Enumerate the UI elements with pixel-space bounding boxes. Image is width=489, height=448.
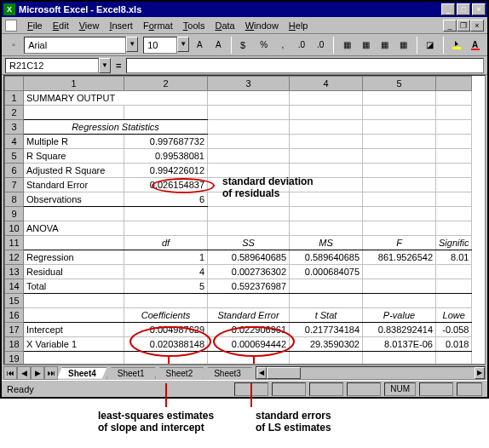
row-header[interactable]: 9 (5, 207, 24, 221)
cell[interactable]: 0.997687732 (124, 135, 208, 149)
increase-decimal-button[interactable]: .0 (293, 36, 310, 55)
row-header[interactable]: 2 (5, 106, 24, 120)
cell[interactable]: 0.994226012 (124, 164, 208, 178)
row-header[interactable]: 7 (5, 178, 24, 192)
col-header[interactable]: 4 (290, 77, 363, 91)
cell[interactable]: 0.000694442 (208, 337, 290, 352)
cell[interactable]: Regression Statistics (24, 120, 208, 135)
percent-button[interactable]: % (256, 36, 273, 55)
chevron-down-icon[interactable]: ▼ (126, 37, 138, 52)
cell[interactable] (436, 91, 472, 106)
col-header[interactable]: 5 (363, 77, 436, 91)
cell[interactable]: 0.589640685 (208, 250, 290, 265)
increase-font-button[interactable]: A (191, 36, 208, 55)
cell[interactable]: 0.217734184 (290, 323, 363, 337)
cell[interactable]: P-value (363, 308, 436, 323)
cell[interactable]: 8.0137E-06 (363, 337, 436, 352)
cell[interactable]: 4 (124, 265, 208, 279)
cell[interactable]: 0.592376987 (208, 279, 290, 294)
cell[interactable]: 0.022906961 (208, 323, 290, 337)
sheet-tab[interactable]: Sheet2 (155, 367, 204, 379)
tab-nav-next[interactable]: ▶ (31, 366, 44, 380)
cell[interactable]: F (363, 236, 436, 250)
toolbar-button[interactable]: ▫ (5, 36, 22, 55)
sheet-tab[interactable]: Sheet4 (57, 367, 107, 379)
menu-data[interactable]: Data (210, 19, 239, 32)
border-button[interactable]: ▦ (357, 36, 374, 55)
col-header[interactable]: 3 (208, 77, 290, 91)
cell[interactable]: Intercept (24, 323, 124, 337)
row-header[interactable]: 10 (5, 221, 24, 236)
cell[interactable]: 0.020388148 (124, 337, 208, 352)
cell[interactable]: Adjusted R Square (24, 164, 124, 178)
cell[interactable] (208, 91, 290, 106)
scroll-thumb[interactable] (267, 367, 301, 379)
row-header[interactable]: 5 (5, 149, 24, 164)
row-header[interactable]: 11 (5, 236, 24, 250)
cell[interactable]: df (124, 236, 208, 250)
sheet-tab[interactable]: Sheet3 (203, 367, 252, 379)
cell[interactable]: 5 (124, 279, 208, 294)
border-button[interactable]: ▦ (376, 36, 393, 55)
cell[interactable]: 0.018 (436, 337, 472, 352)
cell[interactable] (290, 91, 363, 106)
border-button[interactable]: ▦ (395, 36, 412, 55)
cell[interactable]: 0.000684075 (290, 265, 363, 279)
cell[interactable]: 0.589640685 (290, 250, 363, 265)
row-header[interactable]: 16 (5, 308, 24, 323)
cell[interactable]: 8.01 (436, 250, 472, 265)
spreadsheet-grid[interactable]: 1 2 3 4 5 1SUMMARY OUTPUT 2 3Regression … (3, 75, 486, 365)
cell[interactable]: 0.026154837 (124, 178, 208, 192)
document-icon[interactable] (5, 20, 17, 32)
cell[interactable]: ANOVA (24, 221, 124, 236)
cell[interactable]: 861.9526542 (363, 250, 436, 265)
cell[interactable]: Lowe (436, 308, 472, 323)
close-button[interactable]: × (472, 3, 486, 15)
comma-button[interactable]: , (274, 36, 291, 55)
doc-close-button[interactable]: × (470, 20, 484, 32)
col-header[interactable] (436, 77, 472, 91)
row-header[interactable]: 19 (5, 352, 24, 365)
cell[interactable]: 6 (124, 192, 208, 207)
menu-insert[interactable]: Insert (104, 19, 138, 32)
row-header[interactable]: 14 (5, 279, 24, 294)
row-header[interactable]: 12 (5, 250, 24, 265)
tab-nav-first[interactable]: ⏮ (3, 366, 17, 380)
horizontal-scrollbar[interactable]: ◀ ▶ (256, 366, 486, 380)
fill-button[interactable]: ◪ (422, 36, 439, 55)
cell[interactable]: Standard Error (208, 308, 290, 323)
chevron-down-icon[interactable]: ▼ (99, 58, 111, 73)
menu-view[interactable]: View (74, 19, 105, 32)
cell[interactable]: Total (24, 279, 124, 294)
decrease-font-button[interactable]: A (210, 36, 227, 55)
menu-format[interactable]: Format (138, 19, 178, 32)
cell[interactable]: 0.002736302 (208, 265, 290, 279)
cell[interactable]: t Stat (290, 308, 363, 323)
doc-restore-button[interactable]: ❐ (457, 20, 470, 32)
cell[interactable]: Signific (436, 236, 472, 250)
cell[interactable]: X Variable 1 (24, 337, 124, 352)
font-color-button[interactable]: A (467, 36, 484, 55)
cell[interactable]: Multiple R (24, 135, 124, 149)
font-select[interactable]: Arial (24, 37, 126, 54)
row-header[interactable]: 18 (5, 337, 24, 352)
cell[interactable]: Coefficients (124, 308, 208, 323)
scroll-right-button[interactable]: ▶ (475, 367, 485, 379)
row-header[interactable]: 1 (5, 91, 24, 106)
fill-color-button[interactable] (448, 36, 465, 55)
row-header[interactable]: 3 (5, 120, 24, 135)
cell[interactable]: 29.3590302 (290, 337, 363, 352)
cell[interactable]: SS (208, 236, 290, 250)
currency-button[interactable]: $ (236, 36, 253, 55)
decrease-decimal-button[interactable]: .0 (312, 36, 329, 55)
cell[interactable]: -0.058 (436, 323, 472, 337)
row-header[interactable]: 13 (5, 265, 24, 279)
formula-input[interactable] (126, 58, 484, 73)
menu-window[interactable]: Window (240, 19, 284, 32)
menu-file[interactable]: File (22, 19, 48, 32)
menu-tools[interactable]: Tools (178, 19, 210, 32)
maximize-button[interactable]: □ (457, 3, 470, 15)
font-size-select[interactable]: 10 (143, 37, 177, 54)
sheet-tab[interactable]: Sheet1 (106, 367, 156, 379)
cell[interactable]: Residual (24, 265, 124, 279)
